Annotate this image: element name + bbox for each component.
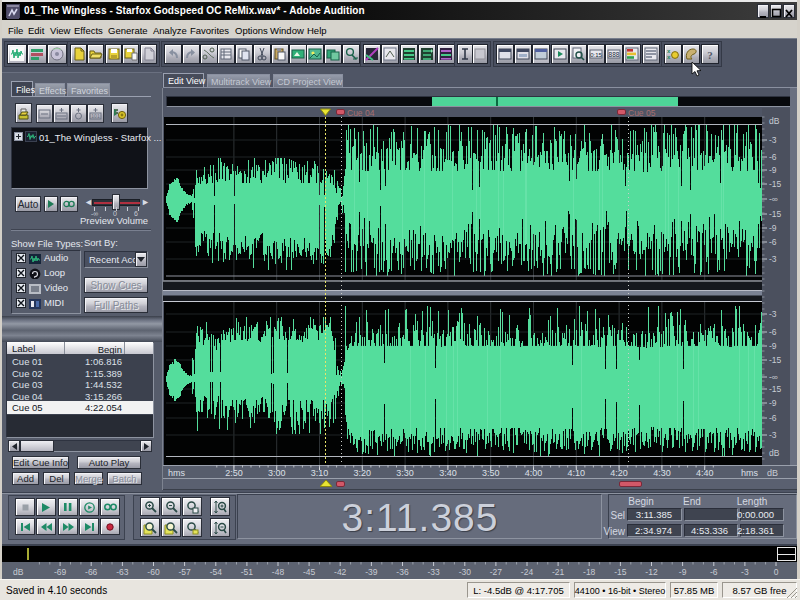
svg-text:-63: -63 — [116, 567, 129, 577]
svg-text:-9: -9 — [679, 567, 687, 577]
svg-text:-57: -57 — [178, 567, 191, 577]
svg-text:-3: -3 — [769, 254, 777, 264]
svg-text:-15: -15 — [769, 179, 782, 189]
svg-text:hms: hms — [741, 468, 759, 478]
svg-text:-15: -15 — [769, 355, 782, 365]
svg-text:-9: -9 — [769, 165, 777, 175]
svg-text:dB: dB — [13, 567, 24, 577]
svg-text:3:00: 3:00 — [268, 468, 286, 478]
svg-text:-36: -36 — [396, 567, 409, 577]
svg-text:2:50: 2:50 — [225, 468, 243, 478]
svg-text:-∞: -∞ — [769, 372, 778, 382]
svg-text:x: x — [667, 54, 671, 60]
svg-text:4:40: 4:40 — [696, 468, 714, 478]
svg-text:-42: -42 — [334, 567, 347, 577]
svg-text:-9: -9 — [769, 341, 777, 351]
svg-text:-48: -48 — [272, 567, 285, 577]
svg-text:-45: -45 — [303, 567, 316, 577]
svg-text:888: 888 — [609, 51, 620, 58]
svg-text:-6: -6 — [769, 237, 777, 247]
svg-text:-15: -15 — [614, 567, 627, 577]
svg-text:-51: -51 — [241, 567, 254, 577]
svg-text:?: ? — [707, 49, 713, 61]
svg-text:-18: -18 — [583, 567, 596, 577]
svg-text:3:40: 3:40 — [439, 468, 457, 478]
svg-text:-60: -60 — [147, 567, 160, 577]
svg-text:-3: -3 — [769, 430, 777, 440]
svg-text:-27: -27 — [490, 567, 503, 577]
svg-text:-3: -3 — [769, 135, 777, 145]
svg-text:-69: -69 — [54, 567, 67, 577]
svg-text:4:00: 4:00 — [525, 468, 543, 478]
svg-text:-66: -66 — [85, 567, 98, 577]
svg-text:-15: -15 — [769, 209, 782, 219]
svg-text:-24: -24 — [521, 567, 534, 577]
svg-text:-21: -21 — [552, 567, 565, 577]
svg-text:-33: -33 — [427, 567, 440, 577]
svg-text:dB: dB — [769, 448, 780, 458]
svg-text:-6: -6 — [710, 567, 718, 577]
svg-text:-6: -6 — [769, 152, 777, 162]
svg-text:-9: -9 — [769, 398, 777, 408]
svg-text:-3: -3 — [741, 567, 749, 577]
svg-text:4:30: 4:30 — [653, 468, 671, 478]
svg-text:-39: -39 — [365, 567, 378, 577]
svg-text:-30: -30 — [459, 567, 472, 577]
svg-text:-∞: -∞ — [769, 194, 778, 204]
svg-text:dB: dB — [769, 116, 780, 126]
svg-text:0:15: 0:15 — [590, 52, 602, 58]
svg-text:3:20: 3:20 — [354, 468, 372, 478]
svg-text:4:20: 4:20 — [610, 468, 628, 478]
svg-text:-3: -3 — [769, 309, 777, 319]
svg-text:-6: -6 — [769, 327, 777, 337]
svg-text:-9: -9 — [769, 223, 777, 233]
svg-text:0: 0 — [774, 567, 779, 577]
svg-text:hms: hms — [168, 468, 186, 478]
svg-text:-15: -15 — [769, 384, 782, 394]
svg-text:dB: dB — [767, 468, 778, 478]
svg-text:-12: -12 — [645, 567, 658, 577]
svg-text:3:30: 3:30 — [396, 468, 414, 478]
svg-text:3:50: 3:50 — [482, 468, 500, 478]
svg-text:-54: -54 — [210, 567, 223, 577]
svg-text:4:10: 4:10 — [568, 468, 586, 478]
svg-text:3:10: 3:10 — [311, 468, 329, 478]
svg-text:-6: -6 — [769, 413, 777, 423]
